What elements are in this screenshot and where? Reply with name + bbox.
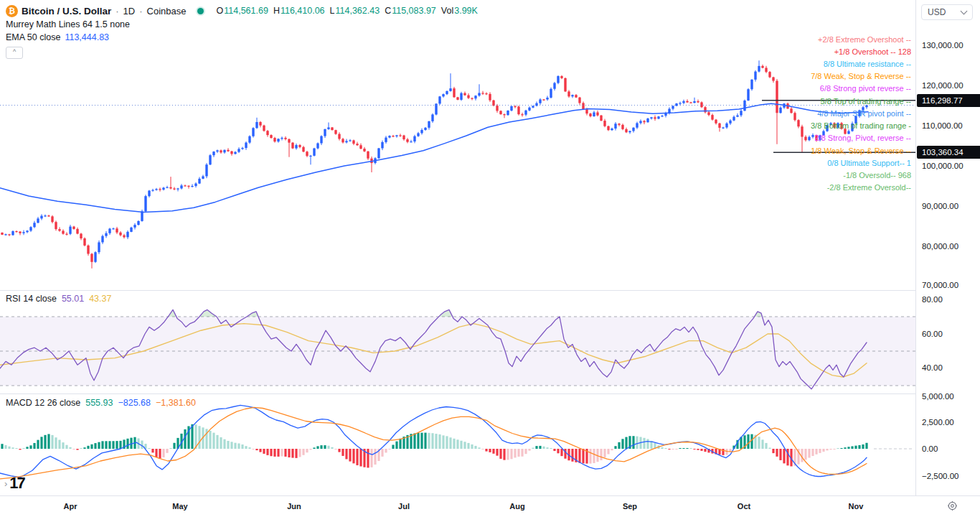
candle bbox=[801, 126, 803, 136]
macd-histogram-bar bbox=[417, 433, 419, 449]
candle bbox=[119, 233, 121, 236]
main-price-pane[interactable] bbox=[0, 60, 915, 269]
time-axis[interactable]: AprMayJunJulAugSepOctNov bbox=[0, 495, 980, 517]
murrey-level-label: 5/8 Top of trading range -- bbox=[821, 97, 911, 106]
candle bbox=[628, 131, 631, 132]
macd-histogram-bar bbox=[324, 445, 326, 449]
macd-pane[interactable] bbox=[0, 405, 913, 479]
exchange-label[interactable]: Coinbase bbox=[147, 6, 187, 17]
macd-histogram-bar bbox=[270, 449, 272, 456]
rsi-tick-label: 40.00 bbox=[922, 363, 943, 372]
candle bbox=[736, 116, 738, 117]
macd-histogram-bar bbox=[625, 437, 627, 449]
drawer-arrow-icon[interactable]: › bbox=[4, 478, 7, 489]
price-axis[interactable]: USD 130,000.00120,000.00110,000.00100,00… bbox=[915, 0, 980, 495]
murrey-level-label: 3/8 Bottom of trading range - bbox=[811, 121, 911, 130]
macd-histogram-bar bbox=[392, 444, 394, 449]
macd-histogram-bar bbox=[55, 437, 57, 449]
candle bbox=[90, 254, 93, 262]
macd-histogram-bar bbox=[772, 449, 774, 453]
macd-histogram-bar bbox=[105, 441, 107, 449]
candle bbox=[94, 252, 96, 262]
month-tick-label: Sep bbox=[623, 502, 637, 511]
rsi-pane[interactable] bbox=[0, 309, 915, 388]
candle bbox=[625, 129, 627, 132]
macd-line-value: −825.68 bbox=[118, 398, 151, 408]
candle bbox=[686, 101, 688, 103]
chart-canvas[interactable] bbox=[0, 0, 915, 495]
candle bbox=[227, 150, 229, 152]
macd-histogram-bar bbox=[273, 449, 275, 457]
candle bbox=[707, 112, 710, 115]
bitcoin-icon: ₿ bbox=[6, 5, 18, 17]
symbol-row[interactable]: ₿ Bitcoin / U.S. Dollar · 1D · Coinbase … bbox=[6, 4, 478, 18]
tradingview-logo[interactable]: › 17 bbox=[4, 474, 24, 493]
candle bbox=[585, 109, 588, 113]
macd-histogram-bar bbox=[162, 449, 164, 457]
candle bbox=[553, 83, 555, 89]
candle bbox=[277, 139, 279, 141]
candle bbox=[740, 111, 742, 115]
macd-histogram-bar bbox=[646, 439, 649, 449]
market-status-icon[interactable] bbox=[197, 8, 204, 14]
murrey-level-label: +1/8 Overshoot -- 128 bbox=[834, 47, 911, 56]
candle bbox=[202, 176, 204, 178]
trading-chart-window: ₿ Bitcoin / U.S. Dollar · 1D · Coinbase … bbox=[0, 0, 980, 517]
gear-icon[interactable] bbox=[947, 500, 958, 511]
macd-histogram-bar bbox=[632, 436, 634, 449]
price-tick-label: 120,000.00 bbox=[922, 81, 963, 90]
macd-histogram-bar bbox=[327, 446, 329, 449]
macd-histogram-bar bbox=[198, 426, 200, 449]
macd-histogram-bar bbox=[750, 434, 753, 449]
macd-histogram-bar bbox=[385, 449, 387, 452]
candle bbox=[510, 106, 512, 111]
macd-histogram-bar bbox=[58, 440, 60, 449]
macd-histogram-bar bbox=[675, 449, 677, 450]
ema-indicator-row[interactable]: EMA 50 close 113,444.83 bbox=[6, 31, 478, 44]
candle bbox=[359, 145, 362, 149]
candle bbox=[532, 106, 534, 107]
candle bbox=[263, 126, 265, 131]
candle bbox=[151, 190, 154, 191]
ohlc-value: 115,083.97 bbox=[392, 6, 436, 16]
candle bbox=[281, 138, 283, 139]
candle bbox=[693, 101, 695, 103]
rsi-legend[interactable]: RSI 14 close 55.01 43.37 bbox=[6, 294, 111, 304]
macd-histogram-bar bbox=[108, 441, 110, 449]
macd-histogram-bar bbox=[334, 449, 336, 450]
macd-histogram-bar bbox=[252, 449, 254, 450]
macd-histogram-bar bbox=[618, 442, 620, 449]
timeframe-label[interactable]: 1D bbox=[123, 6, 136, 17]
candle bbox=[166, 187, 168, 188]
price-tick-label: 100,000.00 bbox=[922, 162, 963, 170]
macd-histogram-bar bbox=[349, 449, 351, 462]
symbol-title[interactable]: Bitcoin / U.S. Dollar bbox=[22, 6, 111, 17]
macd-histogram-bar bbox=[485, 449, 487, 452]
candle bbox=[524, 111, 527, 115]
candle bbox=[237, 149, 240, 152]
macd-histogram-bar bbox=[697, 449, 699, 450]
candle bbox=[345, 141, 347, 142]
candle bbox=[603, 121, 606, 126]
collapse-legend-button[interactable]: ^ bbox=[6, 47, 23, 59]
candle bbox=[270, 135, 272, 138]
candle bbox=[499, 111, 501, 114]
macd-legend[interactable]: MACD 12 26 close 555.93 −825.68 −1,381.6… bbox=[6, 398, 196, 408]
candle bbox=[424, 128, 426, 130]
candle bbox=[105, 233, 107, 236]
candle bbox=[517, 106, 519, 114]
candle bbox=[449, 88, 451, 91]
macd-histogram-bar bbox=[381, 449, 383, 457]
candle bbox=[334, 130, 336, 134]
candle bbox=[341, 139, 344, 142]
month-tick-label: Nov bbox=[849, 502, 864, 511]
currency-selector[interactable]: USD bbox=[921, 4, 973, 20]
macd-histogram-bar bbox=[76, 449, 78, 450]
murrey-indicator-row[interactable]: Murrey Math Lines 64 1.5 none bbox=[6, 18, 478, 31]
macd-histogram-bar bbox=[611, 449, 613, 450]
candle bbox=[521, 114, 523, 115]
macd-histogram-bar bbox=[148, 448, 150, 449]
candle bbox=[689, 103, 692, 103]
candle bbox=[76, 229, 78, 234]
macd-histogram-bar bbox=[83, 447, 85, 449]
